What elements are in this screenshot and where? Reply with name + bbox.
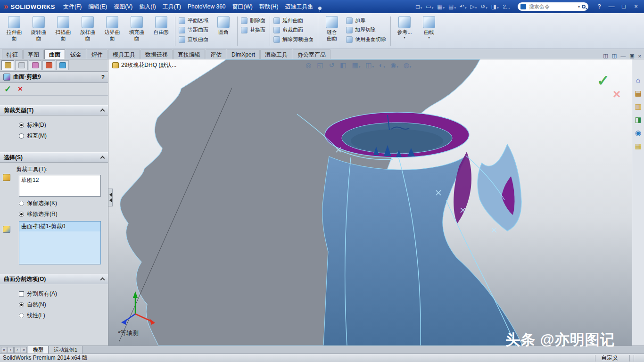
view-settings-icon[interactable]: ◍▾: [404, 61, 412, 69]
view-palette-icon[interactable]: ◨: [635, 116, 641, 123]
viewport-canvas[interactable]: 29玫瑰花DHQ (默认... ◎◱↺◧▦▾◫▾◐▾◉▾◍▾ ✓ × *等轴测: [108, 59, 632, 346]
select-icon[interactable]: ▷▾: [469, 3, 479, 10]
tab-evaluate[interactable]: 评估: [206, 49, 226, 59]
untrim-surface-button[interactable]: 解除剪裁曲面: [272, 36, 316, 43]
zoom-area-icon[interactable]: ◱: [317, 61, 323, 69]
doc-minimize-button[interactable]: —: [620, 53, 626, 59]
tab-surfaces[interactable]: 曲面: [44, 49, 65, 59]
previous-view-icon[interactable]: ↺: [329, 61, 335, 69]
close-button[interactable]: ×: [630, 0, 642, 13]
hide-show-items-icon[interactable]: ◐▾: [379, 61, 385, 69]
thicken-button[interactable]: 加厚: [344, 17, 389, 24]
motion-study-tab[interactable]: 运动算例1: [49, 346, 83, 354]
panel-splitter[interactable]: [108, 189, 113, 206]
cut-with-surface-button[interactable]: 使用曲面切除: [344, 36, 389, 43]
pieces-to-remove-listbox[interactable]: 曲面-扫描1-剪裁0: [19, 221, 101, 264]
tab-office-products[interactable]: 办公室产品: [293, 49, 330, 59]
search-icon[interactable]: [582, 5, 586, 8]
split-all-checkbox[interactable]: 分割所有(A): [19, 290, 104, 298]
revolved-surface-button[interactable]: 旋转曲 面: [26, 15, 51, 48]
feature-tree-root[interactable]: 29玫瑰花DHQ (默认...: [112, 61, 176, 69]
standard-radio[interactable]: 标准(D): [19, 121, 104, 129]
curves-button[interactable]: 曲线 ▾: [417, 15, 441, 48]
selection-section-header[interactable]: 选择(S): [0, 152, 108, 163]
viewport-split-horizontal-icon[interactable]: ◫: [612, 53, 617, 59]
menu-item[interactable]: 帮助(H): [256, 0, 282, 13]
help-icon[interactable]: ?: [101, 74, 105, 81]
cancel-button[interactable]: ×: [18, 85, 23, 93]
customize-button[interactable]: 自定义: [599, 354, 626, 362]
open-icon[interactable]: ▭▾: [424, 3, 435, 10]
last-tab-button[interactable]: »: [21, 347, 27, 353]
trim-type-section-header[interactable]: 剪裁类型(T): [0, 105, 108, 115]
keep-selections-radio[interactable]: 保留选择(K): [19, 199, 104, 207]
tab-render-tools[interactable]: 渲染工具: [260, 49, 292, 59]
boundary-surface-button[interactable]: 边界曲 面: [100, 15, 124, 48]
help-button[interactable]: ?: [593, 0, 605, 13]
propertymanager-tab[interactable]: [15, 60, 28, 70]
tab-features[interactable]: 特征: [2, 49, 23, 59]
viewport-split-icon[interactable]: ◫: [603, 53, 608, 59]
search-dropdown-icon[interactable]: ▾: [578, 5, 580, 9]
tab-direct-editing[interactable]: 直接编辑: [173, 49, 205, 59]
natural-radio[interactable]: 自然(N): [19, 301, 104, 309]
menu-item[interactable]: PhotoView 360: [184, 0, 229, 13]
display-style-icon[interactable]: ◫▾: [365, 61, 374, 69]
undo-icon[interactable]: ↶▾: [458, 3, 468, 10]
menu-item[interactable]: 编辑(E): [85, 0, 110, 13]
save-icon[interactable]: ▦▾: [436, 3, 446, 10]
view-orientation-icon[interactable]: ▦▾: [352, 61, 360, 69]
linear-radio[interactable]: 线性(L): [19, 312, 104, 320]
section-view-icon[interactable]: ◧: [340, 61, 347, 69]
replace-face-button[interactable]: 替换面: [239, 26, 268, 33]
rebuild-icon[interactable]: ↺▾: [479, 3, 489, 10]
knit-surface-button[interactable]: 缝合 曲面: [320, 15, 344, 48]
design-library-icon[interactable]: ▤: [635, 90, 641, 97]
freeform-button[interactable]: 自由形: [149, 15, 173, 48]
zoom-fit-icon[interactable]: ◎: [305, 61, 312, 69]
first-tab-button[interactable]: «: [1, 347, 7, 353]
ok-button[interactable]: ✓: [4, 85, 11, 93]
tab-sketch[interactable]: 草图: [23, 49, 44, 59]
trim-tool-selection-box[interactable]: 草图12: [19, 175, 101, 197]
lofted-surface-button[interactable]: 放样曲 面: [75, 15, 100, 48]
configuration-manager-tab[interactable]: [29, 60, 41, 70]
confirmation-cancel-button[interactable]: ×: [613, 87, 620, 102]
swept-surface-button[interactable]: 扫描曲 面: [51, 15, 75, 48]
appearances-scenes-icon[interactable]: ◉: [635, 129, 641, 137]
maximize-button[interactable]: □: [618, 0, 630, 13]
solidworks-resources-icon[interactable]: ⌂: [636, 76, 640, 84]
command-search-box[interactable]: ▾: [518, 2, 588, 11]
menu-item[interactable]: 工具(T): [159, 0, 184, 13]
confirmation-ok-button[interactable]: ✓: [597, 72, 610, 90]
filled-surface-button[interactable]: 填充曲 面: [124, 15, 149, 48]
list-item[interactable]: 曲面-扫描1-剪裁0: [19, 222, 100, 231]
model-tab[interactable]: 模型: [28, 346, 49, 354]
menu-item[interactable]: 文件(F): [60, 0, 85, 13]
custom-properties-icon[interactable]: ▦: [635, 142, 641, 150]
dimxpert-manager-tab[interactable]: [42, 60, 55, 70]
thickened-cut-button[interactable]: 加厚切除: [344, 26, 389, 33]
display-manager-tab[interactable]: [56, 60, 69, 70]
next-tab-button[interactable]: ›: [14, 347, 20, 353]
extend-surface-button[interactable]: 延伸曲面: [272, 17, 316, 24]
tab-sheet-metal[interactable]: 钣金: [66, 49, 86, 59]
featuremanager-tree-tab[interactable]: [1, 60, 14, 70]
doc-restore-button[interactable]: ▣: [629, 53, 634, 59]
edit-appearance-icon[interactable]: ◉▾: [390, 61, 398, 69]
tab-dimxpert[interactable]: DimXpert: [227, 49, 260, 59]
menu-item[interactable]: 窗口(W): [229, 0, 256, 13]
planar-surface-button[interactable]: 平面区域: [177, 17, 211, 24]
pin-icon[interactable]: [318, 7, 322, 11]
ruled-surface-button[interactable]: 直纹曲面: [177, 36, 211, 43]
prev-tab-button[interactable]: ‹: [8, 347, 14, 353]
doc-close-button[interactable]: ×: [638, 53, 641, 59]
print-icon[interactable]: ▤▾: [447, 3, 457, 10]
fillet-button[interactable]: 圆角: [211, 15, 236, 48]
menu-item[interactable]: 视图(V): [110, 0, 136, 13]
tab-weldments[interactable]: 焊件: [87, 49, 107, 59]
file-explorer-icon[interactable]: ▥: [635, 103, 641, 110]
search-input[interactable]: [528, 3, 576, 10]
surface-split-section-header[interactable]: 曲面分割选项(O): [0, 274, 108, 284]
delete-face-button[interactable]: 删除面: [239, 17, 268, 24]
